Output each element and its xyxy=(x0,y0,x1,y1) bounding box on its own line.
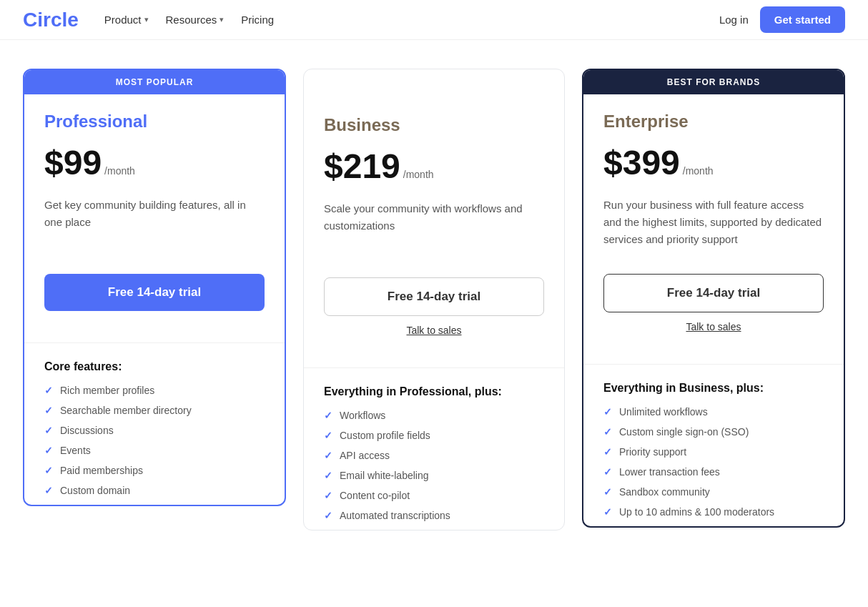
check-icon: ✓ xyxy=(324,510,332,521)
price-amount-business: $219 xyxy=(324,147,400,186)
check-icon: ✓ xyxy=(324,450,332,461)
plan-price-business: $219 /month xyxy=(324,147,544,186)
list-item: ✓ Searchable member directory xyxy=(44,405,265,416)
list-item: ✓ Rich member profiles xyxy=(44,385,265,396)
nav-right: Log in Get started xyxy=(719,6,845,33)
pricing-section: MOST POPULAR Professional $99 /month Get… xyxy=(0,40,868,559)
plan-body-professional: Professional $99 /month Get key communit… xyxy=(24,94,285,328)
list-item: ✓ Custom profile fields xyxy=(324,430,544,441)
chevron-down-icon: ▾ xyxy=(220,15,224,24)
list-item: ✓ Lower transaction fees xyxy=(603,466,824,478)
features-title-business: Everything in Professional, plus: xyxy=(324,385,544,398)
check-icon: ✓ xyxy=(603,406,612,418)
list-item: ✓ API access xyxy=(324,450,544,461)
price-amount-professional: $99 xyxy=(44,143,102,182)
login-button[interactable]: Log in xyxy=(719,14,749,26)
plan-badge-enterprise: BEST FOR BRANDS xyxy=(583,70,844,94)
talk-to-sales-enterprise[interactable]: Talk to sales xyxy=(603,321,824,332)
nav-product[interactable]: Product ▾ xyxy=(104,14,149,26)
check-icon: ✓ xyxy=(44,445,53,456)
list-item: ✓ Email white-labeling xyxy=(324,470,544,481)
navbar: Circle Product ▾ Resources ▾ Pricing Log… xyxy=(0,0,868,40)
price-period-enterprise: /month xyxy=(683,165,714,177)
features-business: Everything in Professional, plus: ✓ Work… xyxy=(304,367,564,521)
price-amount-enterprise: $399 xyxy=(603,143,680,182)
check-icon: ✓ xyxy=(44,405,53,416)
plan-desc-enterprise: Run your business with full feature acce… xyxy=(603,197,824,254)
list-item: ✓ Paid memberships xyxy=(44,465,265,476)
plan-desc-business: Scale your community with workflows and … xyxy=(324,200,544,257)
check-icon: ✓ xyxy=(603,446,612,458)
list-item: ✓ Workflows xyxy=(324,410,544,421)
plan-body-enterprise: Enterprise $399 /month Run your business… xyxy=(583,94,844,350)
price-period-business: /month xyxy=(403,169,434,180)
list-item: ✓ Unlimited workflows xyxy=(603,406,824,418)
plan-name-enterprise: Enterprise xyxy=(603,112,824,132)
plan-name-business: Business xyxy=(324,115,544,135)
nav-links: Product ▾ Resources ▾ Pricing xyxy=(104,14,719,26)
talk-to-sales-business[interactable]: Talk to sales xyxy=(324,325,544,336)
trial-button-professional[interactable]: Free 14-day trial xyxy=(44,274,265,311)
features-professional: Core features: ✓ Rich member profiles ✓ … xyxy=(24,342,285,496)
plan-badge-popular: MOST POPULAR xyxy=(24,70,285,94)
chevron-down-icon: ▾ xyxy=(144,15,149,24)
nav-pricing[interactable]: Pricing xyxy=(241,14,274,26)
check-icon: ✓ xyxy=(44,485,53,496)
list-item: ✓ Up to 10 admins & 100 moderators xyxy=(603,506,824,518)
list-item: ✓ Events xyxy=(44,445,265,456)
check-icon: ✓ xyxy=(324,430,332,441)
plan-desc-professional: Get key community building features, all… xyxy=(44,197,265,254)
check-icon: ✓ xyxy=(44,385,53,396)
list-item: ✓ Automated transcriptions xyxy=(324,510,544,521)
plan-body-business: Business $219 /month Scale your communit… xyxy=(304,98,564,353)
plan-name-professional: Professional xyxy=(44,112,265,132)
check-icon: ✓ xyxy=(603,506,612,518)
list-item: ✓ Content co-pilot xyxy=(324,490,544,501)
trial-button-business[interactable]: Free 14-day trial xyxy=(324,277,544,316)
nav-resources[interactable]: Resources ▾ xyxy=(166,14,225,26)
plan-price-enterprise: $399 /month xyxy=(603,143,824,182)
plan-price-professional: $99 /month xyxy=(44,143,265,182)
check-icon: ✓ xyxy=(603,426,612,438)
check-icon: ✓ xyxy=(324,490,332,501)
list-item: ✓ Priority support xyxy=(603,446,824,458)
check-icon: ✓ xyxy=(324,410,332,421)
check-icon: ✓ xyxy=(44,425,53,436)
plan-business: Business $219 /month Scale your communit… xyxy=(303,69,565,530)
plan-enterprise: BEST FOR BRANDS Enterprise $399 /month R… xyxy=(582,69,845,528)
check-icon: ✓ xyxy=(44,465,53,476)
features-title-enterprise: Everything in Business, plus: xyxy=(603,382,824,395)
check-icon: ✓ xyxy=(603,486,612,498)
check-icon: ✓ xyxy=(324,470,332,481)
trial-button-enterprise[interactable]: Free 14-day trial xyxy=(603,274,824,312)
get-started-button[interactable]: Get started xyxy=(760,6,845,33)
list-item: ✓ Discussions xyxy=(44,425,265,436)
list-item: ✓ Sandbox community xyxy=(603,486,824,498)
features-enterprise: Everything in Business, plus: ✓ Unlimite… xyxy=(583,364,844,518)
plan-professional: MOST POPULAR Professional $99 /month Get… xyxy=(23,69,286,506)
features-title-professional: Core features: xyxy=(44,360,265,373)
logo[interactable]: Circle xyxy=(23,9,79,31)
price-period-professional: /month xyxy=(104,165,135,177)
list-item: ✓ Custom single sign-on (SSO) xyxy=(603,426,824,438)
check-icon: ✓ xyxy=(603,466,612,478)
list-item: ✓ Custom domain xyxy=(44,485,265,496)
